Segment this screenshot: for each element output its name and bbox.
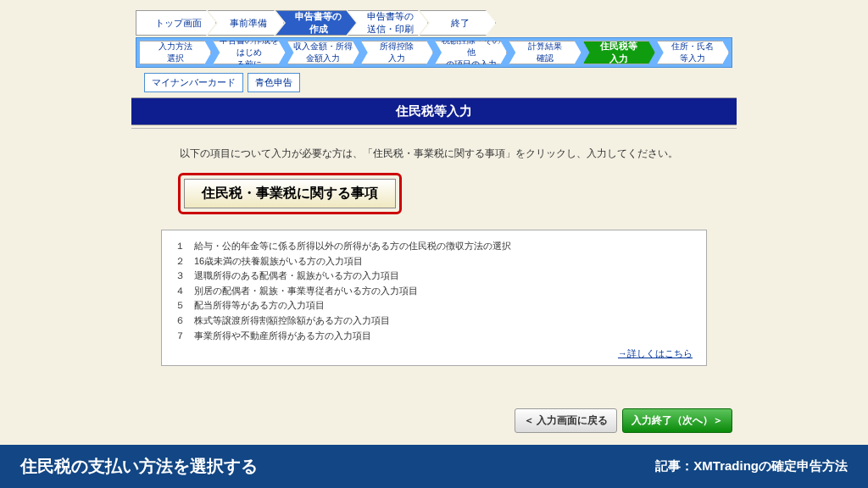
footer-banner: 住民税の支払い方法を選択する 記事：XMTradingの確定申告方法 bbox=[0, 445, 868, 488]
list-item: ６ 株式等譲渡所得割額控除額がある方の入力項目 bbox=[175, 313, 693, 329]
footer-article: 記事：XMTradingの確定申告方法 bbox=[655, 458, 848, 474]
list-item: ４ 別居の配偶者・親族・事業専従者がいる方の入力項目 bbox=[175, 284, 693, 299]
top-nav-step-0[interactable]: トップ画面 bbox=[136, 10, 216, 36]
top-nav-step-1[interactable]: 事前準備 bbox=[208, 10, 284, 36]
sub-step-nav: 入力方法 選択申告書の作成をはじめ る前に収入金額・所得 金額入力所得控除 入力… bbox=[139, 41, 729, 64]
sub-nav-step-5[interactable]: 計算結果 確認 bbox=[509, 41, 581, 64]
intro-text: 以下の項目について入力が必要な方は、「住民税・事業税に関する事項」をクリックし、… bbox=[170, 146, 732, 161]
list-item: ５ 配当所得等がある方の入力項目 bbox=[175, 298, 693, 313]
back-button[interactable]: ＜ 入力画面に戻る bbox=[515, 408, 617, 433]
main-button-highlight: 住民税・事業税に関する事項 bbox=[178, 173, 402, 214]
list-item: ７ 事業所得や不動産所得がある方の入力項目 bbox=[175, 329, 693, 344]
footer-title: 住民税の支払い方法を選択する bbox=[20, 455, 258, 478]
tag-badge-0: マイナンバーカード bbox=[144, 73, 243, 92]
sub-nav-step-2[interactable]: 収入金額・所得 金額入力 bbox=[287, 41, 359, 64]
sub-nav-step-4[interactable]: 税額控除・その他 の項目の入力 bbox=[435, 41, 507, 64]
sub-nav-step-6[interactable]: 住民税等 入力 bbox=[583, 41, 655, 64]
tag-badge-1: 青色申告 bbox=[248, 73, 300, 92]
next-button[interactable]: 入力終了（次へ）＞ bbox=[622, 408, 732, 433]
sub-nav-step-7[interactable]: 住所・氏名 等入力 bbox=[657, 41, 729, 64]
detail-link[interactable]: →詳しくはこちら bbox=[618, 348, 693, 358]
list-item: ２ 16歳未満の扶養親族がいる方の入力項目 bbox=[175, 254, 693, 269]
sub-nav-step-1[interactable]: 申告書の作成をはじめ る前に bbox=[213, 41, 285, 64]
tag-row: マイナンバーカード青色申告 bbox=[144, 73, 868, 92]
sub-nav-step-0[interactable]: 入力方法 選択 bbox=[139, 41, 211, 64]
top-nav-step-4[interactable]: 終了 bbox=[420, 10, 496, 36]
top-nav-step-2[interactable]: 申告書等の 作成 bbox=[275, 10, 356, 36]
resident-tax-items-button[interactable]: 住民税・事業税に関する事項 bbox=[184, 179, 396, 208]
list-item: １ 給与・公的年金等に係る所得以外の所得がある方の住民税の徴収方法の選択 bbox=[175, 239, 693, 254]
item-list-box: １ 給与・公的年金等に係る所得以外の所得がある方の住民税の徴収方法の選択２ 16… bbox=[161, 230, 707, 366]
top-nav-step-3[interactable]: 申告書等の 送信・印刷 bbox=[348, 10, 428, 36]
sub-nav-step-3[interactable]: 所得控除 入力 bbox=[361, 41, 433, 64]
page-title: 住民税等入力 bbox=[131, 97, 737, 125]
list-item: ３ 退職所得のある配偶者・親族がいる方の入力項目 bbox=[175, 269, 693, 284]
top-breadcrumb-nav: トップ画面事前準備申告書等の 作成申告書等の 送信・印刷終了 bbox=[0, 8, 868, 37]
